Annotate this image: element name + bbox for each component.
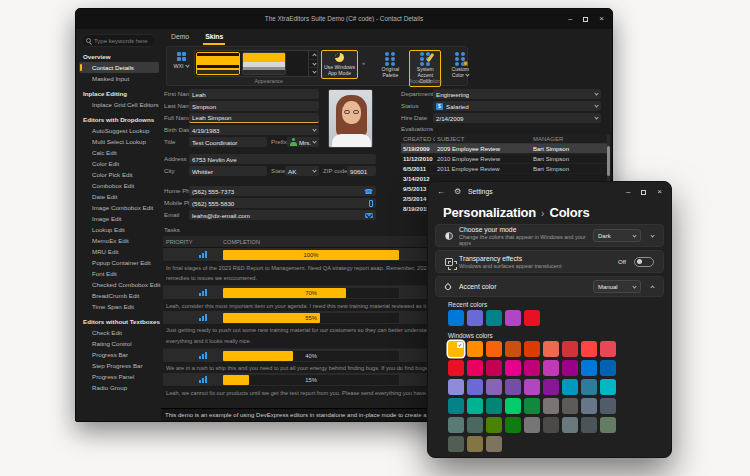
color-swatch[interactable]: [486, 310, 502, 326]
close-button[interactable]: ×: [599, 15, 604, 23]
mobile-phone-field[interactable]: (562) 555-5830: [189, 198, 376, 208]
birth-date-field[interactable]: 4/19/1983: [189, 125, 319, 135]
skin-select-button[interactable]: WXI: [171, 50, 191, 69]
color-swatch[interactable]: [562, 379, 578, 395]
color-swatch[interactable]: [505, 379, 521, 395]
gallery-down-button[interactable]: [309, 60, 317, 69]
sidebar-item[interactable]: Radio Group: [76, 382, 161, 393]
color-swatch[interactable]: [467, 360, 483, 376]
sidebar-item[interactable]: Multi Select Lookup: [76, 136, 161, 147]
hire-date-field[interactable]: 2/14/2009: [433, 113, 601, 123]
settings-maximize-button[interactable]: [641, 190, 646, 195]
color-swatch[interactable]: [600, 341, 616, 357]
app-titlebar[interactable]: The XtraEditors Suite Demo (C# code) - C…: [76, 9, 612, 29]
sidebar-item[interactable]: Contact Details: [79, 62, 159, 73]
color-swatch[interactable]: [600, 360, 616, 376]
evaluation-row[interactable]: 5/19/2009 2009 Employee Review Bart Simp…: [401, 144, 609, 154]
city-field[interactable]: Whittier: [189, 166, 267, 176]
evaluation-row[interactable]: 11/12/2010 2010 Employee Review Bart Sim…: [401, 154, 609, 164]
color-swatch[interactable]: [600, 417, 616, 433]
title-field[interactable]: Test Coordinator: [189, 137, 267, 147]
color-swatch[interactable]: [505, 398, 521, 414]
color-swatch[interactable]: [524, 360, 540, 376]
sidebar-item[interactable]: Lookup Edit: [76, 224, 161, 235]
color-swatch[interactable]: [581, 398, 597, 414]
last-name-field[interactable]: Simpson: [189, 101, 319, 111]
full-name-field[interactable]: Leah Simpson: [189, 113, 319, 123]
color-swatch[interactable]: [486, 360, 502, 376]
color-swatch[interactable]: [467, 341, 483, 357]
color-swatch[interactable]: [467, 398, 483, 414]
color-swatch[interactable]: [448, 436, 464, 452]
color-swatch[interactable]: [486, 436, 502, 452]
color-swatch[interactable]: [505, 310, 521, 326]
color-swatch[interactable]: [467, 379, 483, 395]
color-swatch[interactable]: [486, 341, 502, 357]
color-swatch[interactable]: [524, 398, 540, 414]
color-swatch[interactable]: [524, 341, 540, 357]
color-swatch[interactable]: [486, 417, 502, 433]
sidebar-item[interactable]: AutoSuggest Lookup: [76, 125, 161, 136]
color-swatch[interactable]: [524, 310, 540, 326]
search-input[interactable]: [94, 38, 151, 44]
back-button[interactable]: ←: [437, 187, 445, 197]
evaluation-row[interactable]: 6/5/2011 2011 Employee Review Bart Simps…: [401, 164, 609, 174]
skin-tile-light[interactable]: [242, 52, 286, 75]
scrollbar-thumb[interactable]: [607, 146, 610, 176]
color-swatch[interactable]: [505, 360, 521, 376]
sidebar-item[interactable]: Date Edit: [76, 191, 161, 202]
color-swatch[interactable]: [562, 417, 578, 433]
breadcrumb-parent[interactable]: Personalization: [443, 205, 536, 220]
color-swatch[interactable]: [505, 417, 521, 433]
sidebar-item[interactable]: Color Edit: [76, 158, 161, 169]
sidebar-item[interactable]: Check Edit: [76, 327, 161, 338]
color-swatch[interactable]: [467, 310, 483, 326]
sidebar-item[interactable]: Image Combobox Edit: [76, 202, 161, 213]
color-swatch[interactable]: [543, 360, 559, 376]
color-swatch[interactable]: [562, 398, 578, 414]
minimize-button[interactable]: –: [568, 15, 572, 23]
color-swatch[interactable]: [448, 341, 464, 357]
sidebar-item[interactable]: Combobox Edit: [76, 180, 161, 191]
color-swatch[interactable]: [562, 341, 578, 357]
gallery-up-button[interactable]: [309, 51, 317, 60]
color-swatch[interactable]: [467, 417, 483, 433]
sidebar-item[interactable]: Progress Panel: [76, 371, 161, 382]
color-swatch[interactable]: [600, 398, 616, 414]
mode-dropdown[interactable]: Dark: [593, 229, 641, 242]
first-name-field[interactable]: Leah: [189, 89, 319, 99]
color-swatch[interactable]: [543, 379, 559, 395]
sidebar-item[interactable]: Checked Combobox Edit: [76, 279, 161, 290]
settings-minimize-button[interactable]: –: [626, 188, 630, 196]
settings-titlebar[interactable]: ← ⚙ Settings – ×: [428, 182, 671, 202]
accent-dropdown[interactable]: Manual: [593, 280, 641, 293]
state-field[interactable]: AK: [285, 166, 319, 176]
sidebar-item[interactable]: Rating Control: [76, 338, 161, 349]
address-field[interactable]: 6753 Nevlin Ave: [189, 154, 376, 164]
color-swatch[interactable]: [543, 417, 559, 433]
original-palette-button[interactable]: Original Palette: [374, 50, 406, 81]
custom-color-button[interactable]: Custom Color: [444, 50, 476, 81]
maximize-button[interactable]: [583, 17, 588, 22]
settings-close-button[interactable]: ×: [657, 188, 662, 196]
collapse-chevron-icon[interactable]: [650, 285, 654, 289]
color-swatch[interactable]: [581, 417, 597, 433]
sidebar-item[interactable]: BreadCrumb Edit: [76, 290, 161, 301]
color-swatch[interactable]: [448, 417, 464, 433]
sidebar-item[interactable]: Image Edit: [76, 213, 161, 224]
zip-field[interactable]: 90601: [347, 166, 376, 176]
sidebar-item[interactable]: MRU Edit: [76, 246, 161, 257]
ribbon-tab[interactable]: Demo: [169, 31, 191, 45]
color-swatch[interactable]: [467, 436, 483, 452]
gallery-more-button[interactable]: [309, 68, 317, 76]
color-swatch[interactable]: [524, 379, 540, 395]
transparency-toggle[interactable]: [634, 257, 654, 267]
sidebar-item[interactable]: Popup Container Edit: [76, 257, 161, 268]
color-swatch[interactable]: [524, 417, 540, 433]
sidebar-search[interactable]: [81, 34, 156, 47]
sidebar-item[interactable]: Font Edit: [76, 268, 161, 279]
sidebar-item[interactable]: Color Pick Edit: [76, 169, 161, 180]
color-swatch[interactable]: [448, 360, 464, 376]
sidebar-item[interactable]: MemoEx Edit: [76, 235, 161, 246]
sidebar-item[interactable]: Step Progress Bar: [76, 360, 161, 371]
